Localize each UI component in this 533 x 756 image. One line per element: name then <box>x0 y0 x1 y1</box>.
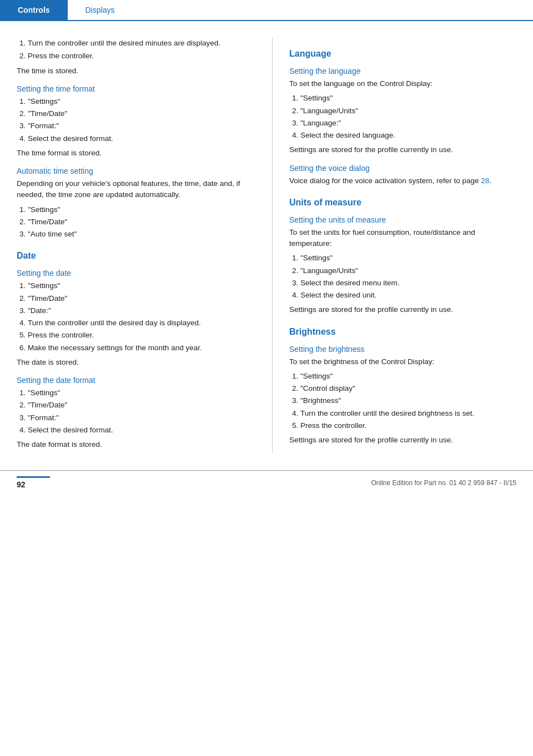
intro-step-7: Press the controller. <box>28 51 255 62</box>
setting-date-subtitle: Setting the date <box>17 269 255 278</box>
setting-lang-subtitle: Setting the language <box>289 67 516 75</box>
setting-date-steps: "Settings" "Time/Date" "Date:" Turn the … <box>28 280 255 354</box>
intro-steps: Turn the controller until the desired mi… <box>28 38 255 62</box>
setting-lang-steps: "Settings" "Language/Units" "Language:" … <box>300 93 516 141</box>
setting-lang-description: To set the language on the Control Displ… <box>289 78 516 89</box>
auto-time-title: Automatic time setting <box>17 167 255 175</box>
date-stored: The date is stored. <box>17 357 255 368</box>
setting-date-step-2: "Time/Date" <box>28 293 255 304</box>
brightness-description: To set the brightness of the Control Dis… <box>289 356 516 367</box>
brightness-step-1: "Settings" <box>300 371 516 382</box>
setting-date-step-3: "Date:" <box>28 305 255 316</box>
time-format-title: Setting the time format <box>17 84 255 93</box>
setting-lang-stored: Settings are stored for the profile curr… <box>289 144 516 155</box>
brightness-subtitle: Setting the brightness <box>289 345 516 354</box>
units-steps: "Settings" "Language/Units" Select the d… <box>300 253 516 301</box>
units-step-2: "Language/Units" <box>300 265 516 276</box>
brightness-steps: "Settings" "Control display" "Brightness… <box>300 371 516 431</box>
auto-time-step-1: "Settings" <box>28 204 255 215</box>
date-title: Date <box>17 251 255 261</box>
brightness-title: Brightness <box>289 327 516 337</box>
page-header: Controls Displays <box>0 0 533 21</box>
main-content: Turn the controller until the desired mi… <box>0 21 533 465</box>
time-stored: The time is stored. <box>17 65 255 77</box>
date-format-stored: The date format is stored. <box>17 439 255 450</box>
setting-lang-step-3: "Language:" <box>300 118 516 129</box>
left-column: Turn the controller until the desired mi… <box>17 38 255 453</box>
time-format-step-3: "Format:" <box>28 120 255 132</box>
time-format-step-2: "Time/Date" <box>28 108 255 119</box>
setting-lang-step-1: "Settings" <box>300 93 516 104</box>
time-format-step-1: "Settings" <box>28 96 255 107</box>
intro-step-6: Turn the controller until the desired mi… <box>28 38 255 49</box>
footer-line <box>17 476 50 478</box>
setting-date-step-4: Turn the controller until the desired da… <box>28 317 255 329</box>
brightness-step-2: "Control display" <box>300 383 516 394</box>
setting-date-step-1: "Settings" <box>28 280 255 291</box>
right-column: Language Setting the language To set the… <box>272 38 516 453</box>
units-step-3: Select the desired menu item. <box>300 278 516 289</box>
brightness-step-3: "Brightness" <box>300 395 516 406</box>
setting-lang-step-4: Select the desired language. <box>300 130 516 141</box>
auto-time-step-2: "Time/Date" <box>28 216 255 228</box>
brightness-stored: Settings are stored for the profile curr… <box>289 435 516 446</box>
auto-time-step-3: "Auto time set" <box>28 229 255 240</box>
date-format-step-4: Select the desired format. <box>28 425 255 436</box>
auto-time-description: Depending on your vehicle's optional fea… <box>17 178 255 201</box>
setting-date-step-5: Press the controller. <box>28 330 255 341</box>
units-title: Units of measure <box>289 198 516 208</box>
date-format-step-3: "Format:" <box>28 412 255 424</box>
setting-date-step-6: Make the necessary settings for the mont… <box>28 342 255 354</box>
brightness-step-4: Turn the controller until the desired br… <box>300 408 516 419</box>
footer-left: 92 <box>17 476 50 489</box>
brightness-step-5: Press the controller. <box>300 420 516 431</box>
tab-displays[interactable]: Displays <box>68 0 133 20</box>
date-format-steps: "Settings" "Time/Date" "Format:" Select … <box>28 387 255 436</box>
date-format-subtitle: Setting the date format <box>17 376 255 385</box>
page-number: 92 <box>17 480 50 489</box>
tab-controls[interactable]: Controls <box>0 0 68 20</box>
time-format-step-4: Select the desired format. <box>28 133 255 144</box>
units-description: To set the units for fuel consumption, r… <box>289 227 516 250</box>
auto-time-steps: "Settings" "Time/Date" "Auto time set" <box>28 204 255 240</box>
language-title: Language <box>289 49 516 59</box>
footer-online-edition: Online Edition for Part no. 01 40 2 959 … <box>371 479 516 487</box>
page-footer: 92 Online Edition for Part no. 01 40 2 9… <box>0 470 533 495</box>
voice-dialog-subtitle: Setting the voice dialog <box>289 164 516 173</box>
units-subtitle: Setting the units of measure <box>289 215 516 224</box>
date-format-step-1: "Settings" <box>28 387 255 399</box>
time-format-stored: The time format is stored. <box>17 148 255 159</box>
voice-dialog-link[interactable]: 28 <box>481 177 489 185</box>
date-format-step-2: "Time/Date" <box>28 400 255 411</box>
units-step-1: "Settings" <box>300 253 516 264</box>
setting-lang-step-2: "Language/Units" <box>300 105 516 117</box>
units-stored: Settings are stored for the profile curr… <box>289 304 516 315</box>
voice-dialog-description: Voice dialog for the voice activation sy… <box>289 175 516 187</box>
units-step-4: Select the desired unit. <box>300 290 516 301</box>
time-format-steps: "Settings" "Time/Date" "Format:" Select … <box>28 96 255 144</box>
